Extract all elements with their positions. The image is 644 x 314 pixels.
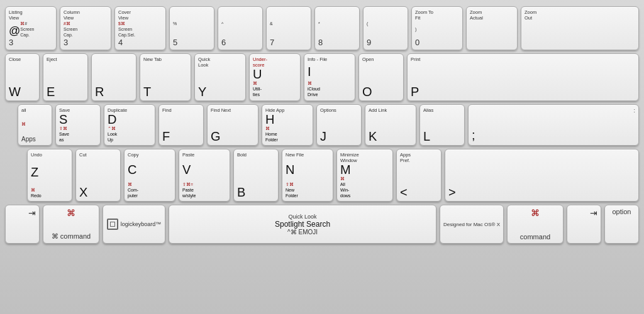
key-tab-left[interactable]: ⇥ (5, 205, 40, 244)
key-t-newtab[interactable]: New Tab T (140, 53, 191, 100)
key-x-cut[interactable]: Cut X (75, 149, 121, 202)
key-v-paste[interactable]: Paste V ⇧⌘=Pastew/style (179, 149, 230, 202)
key-z-undo[interactable]: Undo Z ⌘Redo (27, 149, 72, 202)
key-tab-right[interactable]: ⇥ (567, 205, 601, 244)
key-e-eject[interactable]: Eject E (43, 53, 88, 100)
key-cover-view[interactable]: CoverView $⌘ScreenCap.Sel. 4 (114, 6, 166, 50)
key-s-save[interactable]: Save S ⇧⌘Saveas (55, 104, 101, 146)
key-zoom-out[interactable]: ZoomOut (521, 6, 639, 50)
key-y-row1[interactable]: & 7 (266, 6, 311, 50)
key-gt[interactable]: > (445, 149, 639, 202)
key-r-row1[interactable]: % 5 (169, 6, 214, 50)
key-option[interactable]: option (604, 205, 639, 244)
spacebar-bot-label: ^⌘ EMOJI (287, 229, 318, 236)
key-semicolon[interactable]: : ; (468, 104, 639, 146)
logo-icon (107, 219, 118, 230)
key-u-row1[interactable]: * 8 (314, 6, 360, 50)
key-column-view[interactable]: ColumnView #⌘ScreenCap. 3 (60, 6, 111, 50)
key-b-bold[interactable]: Bold B (233, 149, 279, 202)
row-2: Close W Eject E R New Tab T QuickLook Y … (5, 53, 639, 100)
key-lt-appspref[interactable]: AppsPref. < (396, 149, 441, 202)
left-command-label: ⌘ command (47, 232, 96, 241)
option-label: option (608, 208, 635, 215)
key-spacebar[interactable]: Quick Look Spotlight Search ^⌘ EMOJI (169, 205, 436, 244)
key-all-apps[interactable]: all ⌘ Apps (18, 104, 52, 146)
key-i-infofile[interactable]: Info - File I ⌘iCloudDrive (304, 53, 355, 100)
key-o-open[interactable]: Open O (358, 53, 404, 100)
key-m-minimize[interactable]: MinimizeWindow M ⌘AllWin-dows (336, 149, 393, 202)
row-1: ListingView @ ⌘#ScreenCap. 3 ColumnView … (5, 6, 639, 50)
key-y-quicklook[interactable]: QuickLook Y (194, 53, 246, 100)
spacebar-top-label: Quick Look (289, 214, 317, 220)
key-k-addlink[interactable]: Add Link K (365, 104, 416, 146)
key-i-row1[interactable]: ( 9 (363, 6, 408, 50)
key-c-copy[interactable]: Copy C ⌘Com-puter (124, 149, 175, 202)
key-l-alias[interactable]: Alias L (419, 104, 465, 146)
logo-text: logickeyboard™ (121, 221, 162, 227)
key-d-duplicate[interactable]: Duplicate D ⌃⌘LookUp (104, 104, 155, 146)
key-cmd-left[interactable]: ⌘ ⌘ command (43, 205, 99, 244)
row-4: Undo Z ⌘Redo Cut X Copy C ⌘Com-puter Pas… (27, 149, 639, 202)
spacebar-mid-label: Spotlight Search (275, 220, 330, 229)
key-g-findnext[interactable]: Find Next G (207, 104, 258, 146)
right-command-label: command (511, 233, 560, 241)
key-logickeyboard-logo: logickeyboard™ (103, 205, 165, 244)
key-n-newfile[interactable]: New File N ⇧⌘NewFolder (282, 149, 333, 202)
keyboard: ListingView @ ⌘#ScreenCap. 3 ColumnView … (0, 0, 644, 314)
key-designed-for: Designed for Mac OS® X (440, 205, 504, 244)
key-p-print[interactable]: Print P (407, 53, 639, 100)
key-u-underscore[interactable]: Under-score U ⌘Utili-ties (249, 53, 301, 100)
key-zoom-actual[interactable]: ZoomActual (466, 6, 518, 50)
key-r-row2[interactable]: R (91, 53, 136, 100)
key-t-row1[interactable]: ^ 6 (218, 6, 263, 50)
key-w-close[interactable]: Close W (5, 53, 40, 100)
key-j-options[interactable]: Options J (316, 104, 362, 146)
key-h-hideapp[interactable]: Hide App H ⌘HomeFolder (262, 104, 313, 146)
key-cmd-right[interactable]: ⌘ command (507, 205, 564, 244)
designed-for-label: Designed for Mac OS® X (443, 221, 500, 228)
key-f-find[interactable]: Find F (158, 104, 204, 146)
key-listing-view[interactable]: ListingView @ ⌘#ScreenCap. 3 (5, 6, 57, 50)
row-3: all ⌘ Apps Save S ⇧⌘Saveas Duplicate D ⌃… (18, 104, 639, 146)
key-zoom-fit[interactable]: Zoom ToFit ) 0 (411, 6, 463, 50)
row-bottom: ⇥ ⌘ ⌘ command logickeyboard™ Quick Look … (5, 205, 639, 244)
